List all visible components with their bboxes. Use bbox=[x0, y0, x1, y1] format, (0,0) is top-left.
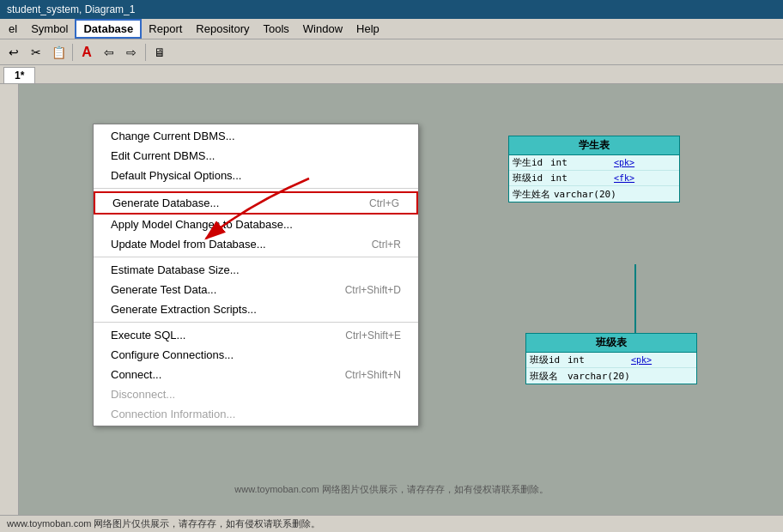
sep-2 bbox=[94, 257, 418, 257]
menu-item-window[interactable]: Window bbox=[296, 21, 349, 37]
menu-generate-extraction[interactable]: Generate Extraction Scripts... bbox=[94, 299, 418, 319]
menu-generate-database[interactable]: Generate Database... Ctrl+G bbox=[94, 191, 418, 215]
sidebar bbox=[0, 84, 19, 515]
title-bar: student_system, Diagram_1 bbox=[0, 0, 783, 19]
watermark: www.toymoban.com 网络图片仅供展示，请存存存，如有侵权请联系删除… bbox=[0, 483, 783, 496]
toolbar-btn-copy[interactable]: 📋 bbox=[48, 42, 69, 63]
menu-configure-connections[interactable]: Configure Connections... bbox=[94, 345, 418, 365]
class-row-2: 班级名 varchar(20) bbox=[526, 368, 696, 384]
menu-item-file[interactable]: el bbox=[2, 21, 24, 37]
status-bar: www.toymoban.com 网络图片仅供展示，请存存存，如有侵权请联系删除… bbox=[0, 515, 783, 532]
toolbar-btn-screen[interactable]: 🖥 bbox=[149, 42, 170, 63]
student-row-3: 学生姓名 varchar(20) bbox=[509, 186, 679, 202]
menu-default-options[interactable]: Default Physical Options... bbox=[94, 166, 418, 185]
menu-update-model[interactable]: Update Model from Database... Ctrl+R bbox=[94, 234, 418, 254]
workspace: 学生表 学生id int <pk> 班级id int <fk> 学生姓名 var… bbox=[0, 84, 783, 515]
menu-bar: el Symbol Database Report Repository Too… bbox=[0, 19, 783, 39]
menu-apply-model[interactable]: Apply Model Changes to Database... bbox=[94, 215, 418, 234]
tab-area: 1* bbox=[0, 65, 783, 84]
menu-estimate-size[interactable]: Estimate Database Size... bbox=[94, 260, 418, 280]
sep-1 bbox=[94, 188, 418, 189]
title-text: student_system, Diagram_1 bbox=[7, 3, 135, 15]
menu-disconnect: Disconnect... bbox=[94, 384, 418, 404]
class-table: 班级表 班级id int <pk> 班级名 varchar(20) bbox=[525, 333, 697, 384]
student-table-header: 学生表 bbox=[509, 136, 679, 155]
menu-edit-dbms[interactable]: Edit Current DBMS... bbox=[94, 146, 418, 166]
toolbar-sep-1 bbox=[72, 44, 73, 61]
class-row-1: 班级id int <pk> bbox=[526, 353, 696, 368]
menu-item-report[interactable]: Report bbox=[142, 21, 189, 37]
tab-marker: 1* bbox=[15, 70, 24, 82]
sep-3 bbox=[94, 322, 418, 323]
class-table-header: 班级表 bbox=[526, 334, 696, 353]
toolbar-sep-2 bbox=[145, 44, 146, 61]
student-row-1: 学生id int <pk> bbox=[509, 155, 679, 171]
menu-item-help[interactable]: Help bbox=[349, 21, 386, 37]
toolbar-btn-cut[interactable]: ✂ bbox=[26, 42, 46, 63]
toolbar: ↩ ✂ 📋 A ⇦ ⇨ 🖥 bbox=[0, 39, 783, 65]
menu-change-dbms[interactable]: Change Current DBMS... bbox=[94, 126, 418, 146]
toolbar-btn-redo[interactable]: ⇨ bbox=[121, 42, 142, 63]
menu-generate-test[interactable]: Generate Test Data... Ctrl+Shift+D bbox=[94, 280, 418, 299]
watermark-text: www.toymoban.com 网络图片仅供展示，请存存存，如有侵权请联系删除… bbox=[234, 484, 548, 494]
menu-connect[interactable]: Connect... Ctrl+Shift+N bbox=[94, 365, 418, 384]
student-row-2: 班级id int <fk> bbox=[509, 171, 679, 186]
menu-item-tools[interactable]: Tools bbox=[256, 21, 295, 37]
diagram-tab[interactable]: 1* bbox=[3, 67, 35, 83]
toolbar-btn-undo[interactable]: ⇦ bbox=[99, 42, 119, 63]
menu-item-symbol[interactable]: Symbol bbox=[24, 21, 75, 37]
student-table: 学生表 学生id int <pk> 班级id int <fk> 学生姓名 var… bbox=[508, 136, 680, 203]
menu-connection-info: Connection Information... bbox=[94, 404, 418, 424]
toolbar-btn-arrow1[interactable]: ↩ bbox=[3, 42, 24, 63]
menu-execute-sql[interactable]: Execute SQL... Ctrl+Shift+E bbox=[94, 325, 418, 345]
menu-item-database[interactable]: Database bbox=[75, 19, 142, 39]
toolbar-btn-A[interactable]: A bbox=[76, 42, 97, 63]
menu-item-repository[interactable]: Repository bbox=[189, 21, 256, 37]
database-dropdown: Change Current DBMS... Edit Current DBMS… bbox=[93, 124, 419, 426]
status-text: www.toymoban.com 网络图片仅供展示，请存存存，如有侵权请联系删除… bbox=[7, 517, 320, 530]
